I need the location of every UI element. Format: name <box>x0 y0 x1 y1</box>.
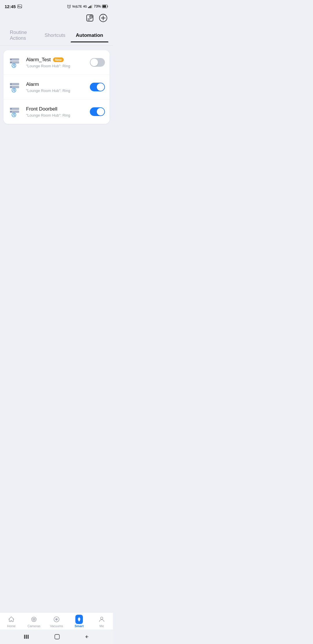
tab-routine-actions[interactable]: Routine Actions <box>5 26 39 45</box>
status-icons: Vo)LTE 4G 73% <box>67 4 108 8</box>
toggle-front-doorbell[interactable] <box>90 107 105 116</box>
automation-info-front-doorbell: Front Doorbell "Lounge Room Hub": Ring <box>26 106 86 117</box>
network-label: 4G <box>83 5 87 8</box>
svg-point-20 <box>10 86 12 88</box>
automation-name-alarm: Alarm <box>26 82 86 87</box>
svg-point-1 <box>19 6 19 6</box>
automation-item-front-doorbell: Front Doorbell "Lounge Room Hub": Ring <box>3 100 110 124</box>
svg-rect-3 <box>88 7 89 8</box>
tab-shortcuts[interactable]: Shortcuts <box>39 29 71 42</box>
automation-info-alarm-test: Alarm_Test New "Lounge Room Hub": Ring <box>26 57 86 68</box>
device-icon-front-doorbell <box>8 105 22 119</box>
status-time: 12:45 <box>5 4 16 9</box>
toggle-knob <box>97 83 104 91</box>
battery-percent: 73% <box>94 4 101 8</box>
svg-point-24 <box>10 108 12 109</box>
add-button[interactable] <box>98 13 108 23</box>
new-badge: New <box>53 57 64 62</box>
svg-point-19 <box>10 84 12 85</box>
automation-name-front-doorbell: Front Doorbell <box>26 106 86 112</box>
automation-sub-alarm-test: "Lounge Room Hub": Ring <box>26 64 86 68</box>
toggle-knob <box>90 59 98 66</box>
automation-list: Alarm_Test New "Lounge Room Hub": Ring A <box>3 50 110 124</box>
svg-point-25 <box>10 111 12 112</box>
log-button[interactable] <box>85 13 95 23</box>
toggle-knob <box>97 108 104 115</box>
svg-rect-4 <box>89 6 90 8</box>
signal-icon <box>88 5 93 8</box>
automation-item-alarm: Alarm "Lounge Room Hub": Ring <box>3 75 110 100</box>
svg-point-14 <box>10 59 12 60</box>
status-bar: 12:45 Vo)LTE 4G 73% <box>0 0 113 12</box>
device-icon-alarm <box>8 80 22 94</box>
automation-sub-front-doorbell: "Lounge Room Hub": Ring <box>26 113 86 117</box>
image-icon <box>17 4 22 8</box>
automation-info-alarm: Alarm "Lounge Room Hub": Ring <box>26 82 86 93</box>
automation-item-alarm-test: Alarm_Test New "Lounge Room Hub": Ring <box>3 50 110 75</box>
svg-rect-5 <box>90 6 91 8</box>
vol-lte-label: Vo)LTE <box>72 5 82 8</box>
device-icon-alarm-test <box>8 55 22 69</box>
tab-automation[interactable]: Automation <box>71 29 108 42</box>
toggle-alarm-test[interactable] <box>90 58 105 67</box>
svg-rect-8 <box>103 5 106 8</box>
automation-sub-alarm: "Lounge Room Hub": Ring <box>26 88 86 93</box>
header-actions <box>0 12 113 26</box>
svg-point-15 <box>10 62 12 63</box>
svg-rect-6 <box>92 5 92 8</box>
alarm-icon <box>67 4 71 8</box>
battery-icon <box>102 5 108 8</box>
automation-name-alarm-test: Alarm_Test New <box>26 57 86 63</box>
tab-navigation: Routine Actions Shortcuts Automation <box>0 26 113 46</box>
toggle-alarm[interactable] <box>90 83 105 91</box>
